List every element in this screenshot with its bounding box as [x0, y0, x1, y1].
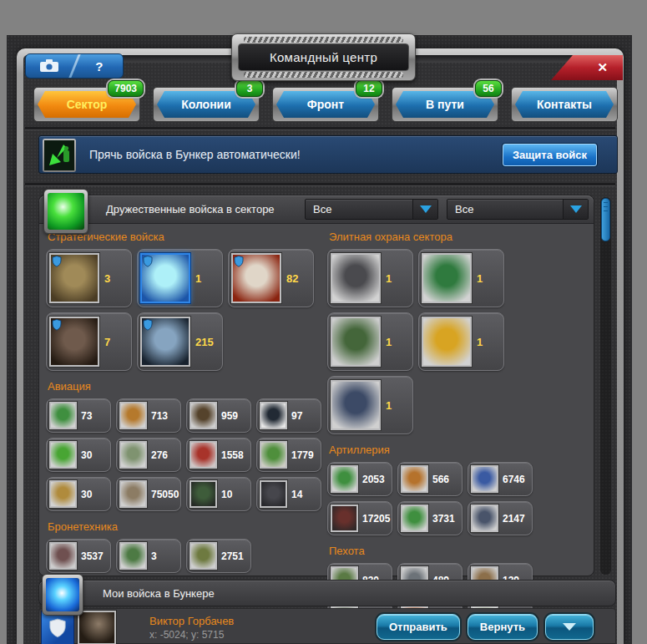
group-title: Стратегические войска	[48, 231, 325, 243]
unit-card[interactable]: 30	[46, 438, 111, 472]
banner-text: Прячь войска в Бункер автоматически!	[89, 148, 301, 161]
unit-count: 1	[477, 272, 483, 285]
tab-контакты[interactable]: Контакты	[511, 87, 618, 122]
unit-image	[190, 542, 217, 570]
unit-card[interactable]: 215	[137, 312, 223, 371]
unit-card[interactable]: 6746	[468, 462, 533, 496]
unit-card[interactable]: 73	[46, 398, 111, 433]
panel-scrollbar[interactable]	[600, 197, 611, 575]
unit-card[interactable]: 14	[256, 477, 321, 511]
send-troops-button[interactable]: Отправить	[377, 614, 460, 640]
dropdown-arrow-box	[563, 200, 588, 219]
unit-image	[331, 465, 358, 493]
unit-card[interactable]: 1779	[256, 438, 321, 472]
return-troops-button[interactable]: Вернуть	[468, 614, 538, 640]
unit-image	[260, 480, 287, 508]
unit-image	[231, 253, 281, 303]
unit-card[interactable]: 3	[46, 249, 132, 307]
unit-card[interactable]: 1	[327, 376, 413, 434]
unit-card[interactable]: 1	[418, 249, 504, 307]
tab-в-пути[interactable]: В пути56	[392, 87, 498, 122]
unit-image	[401, 465, 428, 493]
unit-card[interactable]: 7	[46, 312, 132, 371]
expand-troops-button[interactable]	[545, 614, 594, 640]
unit-card[interactable]: 1	[327, 249, 413, 307]
unit-image	[260, 402, 287, 429]
unit-grid: 205356667461720537312147	[327, 462, 593, 535]
unit-card[interactable]: 3731	[397, 501, 463, 535]
unit-group-1: Элитная охрана сектора11111	[327, 231, 593, 434]
help-button[interactable]: ?	[76, 54, 124, 78]
unit-count: 3	[104, 272, 110, 285]
unit-count: 566	[432, 474, 449, 485]
unit-image	[140, 253, 190, 303]
unit-image	[49, 542, 77, 570]
screenshot-help-button[interactable]: ?	[25, 53, 124, 79]
unit-card[interactable]: 17205	[327, 501, 392, 535]
unit-card[interactable]: 1	[137, 249, 223, 307]
unit-count: 1	[386, 272, 392, 285]
group-title: Пехота	[329, 545, 593, 557]
tab-count-badge: 56	[475, 80, 502, 97]
unit-card[interactable]: 97	[256, 398, 321, 433]
player-coordinates: x: -5024; y: 5715	[149, 629, 224, 641]
unit-card[interactable]: 1	[327, 312, 413, 371]
troop-protection-button[interactable]: Защита войск	[503, 144, 597, 166]
unit-card[interactable]: 3	[116, 539, 181, 573]
tab-label: Контакты	[515, 91, 614, 118]
unit-card[interactable]: 82	[228, 249, 314, 307]
unit-image	[401, 505, 428, 532]
unit-card[interactable]: 1558	[186, 438, 251, 472]
scrollbar-thumb[interactable]	[601, 198, 610, 241]
unit-image	[422, 253, 472, 303]
unit-card[interactable]: 1	[418, 312, 504, 371]
unit-count: 276	[151, 449, 168, 461]
unit-card[interactable]: 713	[116, 398, 181, 433]
unit-card[interactable]: 959	[186, 398, 251, 433]
unit-image	[471, 505, 498, 532]
unit-count: 3731	[432, 513, 455, 525]
unit-image	[190, 480, 217, 508]
unit-card[interactable]: 2751	[186, 539, 251, 573]
screenshot-button[interactable]	[26, 54, 73, 78]
unit-count: 2053	[362, 474, 385, 485]
unit-card[interactable]: 30	[46, 477, 111, 511]
bunker-icon-frame	[42, 574, 83, 616]
unit-type-filter-dropdown[interactable]: Все	[305, 199, 438, 220]
unit-card[interactable]: 276	[116, 438, 181, 472]
unit-card[interactable]: 10	[186, 477, 251, 511]
group-title: Элитная охрана сектора	[329, 231, 593, 243]
unit-grid: 31827215	[46, 249, 325, 371]
title-hatch-bottom	[244, 72, 403, 78]
unit-image	[331, 505, 358, 532]
unit-count: 14	[291, 489, 302, 500]
unit-card[interactable]: 566	[397, 462, 463, 496]
unit-image	[190, 402, 217, 429]
unit-count: 10	[221, 489, 232, 500]
tab-сектор[interactable]: Сектор7903	[33, 87, 140, 122]
tab-колонии[interactable]: Колонии3	[153, 87, 260, 122]
tab-фронт[interactable]: Фронт12	[272, 87, 379, 122]
bunker-auto-banner: Прячь войска в Бункер автоматически! Защ…	[38, 135, 618, 174]
unit-card[interactable]: 2053	[327, 462, 392, 496]
unit-image	[331, 317, 381, 367]
window-title: Командный центр	[238, 43, 409, 71]
unit-count: 2147	[503, 513, 525, 525]
unit-count: 30	[81, 449, 92, 461]
group-title: Бронетехника	[48, 520, 325, 533]
unit-count: 17205	[362, 513, 390, 525]
chevron-down-icon	[420, 205, 432, 213]
unit-count: 2751	[221, 550, 244, 562]
player-name[interactable]: Виктор Горбачев	[149, 615, 234, 627]
filter-value: Все	[447, 203, 563, 216]
unit-card[interactable]: 3537	[46, 539, 111, 573]
unit-image	[49, 317, 99, 367]
unit-image	[331, 253, 381, 303]
owner-filter-dropdown[interactable]: Все	[447, 199, 589, 220]
unit-card[interactable]: 2147	[468, 501, 533, 535]
unit-card[interactable]: 75050	[116, 477, 181, 511]
unit-count: 215	[195, 336, 214, 348]
unit-count: 3	[151, 550, 157, 562]
unit-count: 97	[291, 410, 302, 422]
unit-group-0: Стратегические войска31827215	[46, 231, 325, 371]
